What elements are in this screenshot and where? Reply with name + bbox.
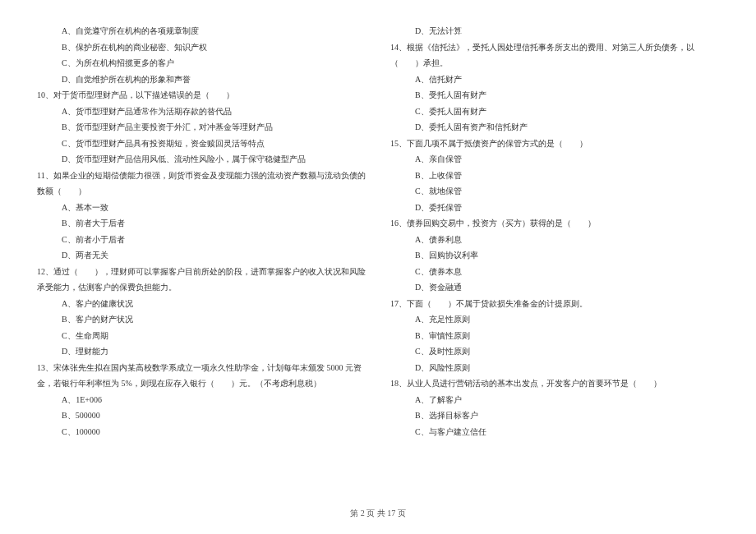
q16-option-c: C、债券本息	[390, 264, 719, 280]
q16-option-b: B、回购协议利率	[390, 247, 719, 264]
q9-option-c: C、为所在机构招揽更多的客户	[37, 55, 366, 71]
q12-option-b: B、客户的财产状况	[37, 311, 366, 328]
q15-option-a: A、亲自保管	[390, 151, 719, 168]
q12-option-c: C、生命周期	[37, 328, 366, 344]
q9-option-a: A、自觉遵守所在机构的各项规章制度	[37, 23, 366, 39]
document-content: A、自觉遵守所在机构的各项规章制度 B、保护所在机构的商业秘密、知识产权 C、为…	[37, 23, 719, 440]
q12-option-a: A、客户的健康状况	[37, 296, 366, 312]
q15-text: 15、下面几项不属于抵债资产的保管方式的是（ ）	[390, 136, 719, 152]
q15-option-c: C、就地保管	[390, 183, 719, 200]
q10-option-c: C、货币型理财产品具有投资期短，资金赎回灵活等特点	[37, 136, 366, 152]
q18-option-a: A、了解客户	[390, 392, 719, 408]
q15-option-d: D、委托保管	[390, 200, 719, 216]
q16-option-d: D、资金融通	[390, 279, 719, 296]
q12-text: 12、通过（ ），理财师可以掌握客户目前所处的阶段，进而掌握客户的收入状况和风险…	[37, 264, 366, 296]
q18-option-b: B、选择目标客户	[390, 407, 719, 424]
q10-option-b: B、货币型理财产品主要投资于外汇，对冲基金等理财产品	[37, 119, 366, 136]
q12-option-d: D、理财能力	[37, 343, 366, 360]
q10-option-d: D、货币型理财产品信用风低、流动性风险小，属于保守稳健型产品	[37, 151, 366, 168]
q17-option-c: C、及时性原则	[390, 343, 719, 360]
q16-text: 16、债券回购交易中，投资方（买方）获得的是（ ）	[390, 215, 719, 232]
q17-text: 17、下面（ ）不属于贷款损失准备金的计提原则。	[390, 296, 719, 312]
q14-option-a: A、信托财产	[390, 71, 719, 88]
q13-option-a: A、1E+006	[37, 392, 366, 408]
q14-option-c: C、委托人固有财产	[390, 104, 719, 120]
q17-option-b: B、审慎性原则	[390, 328, 719, 344]
page-footer: 第 2 页 共 17 页	[0, 508, 756, 519]
q18-option-c: C、与客户建立信任	[390, 424, 719, 440]
q11-option-b: B、前者大于后者	[37, 215, 366, 232]
q9-option-b: B、保护所在机构的商业秘密、知识产权	[37, 39, 366, 56]
q17-option-d: D、风险性原则	[390, 360, 719, 376]
q9-option-d: D、自觉维护所在机构的形象和声誉	[37, 71, 366, 88]
q10-option-a: A、货币型理财产品通常作为活期存款的替代品	[37, 104, 366, 120]
q11-option-c: C、前者小于后者	[37, 232, 366, 248]
q18-text: 18、从业人员进行营销活动的基本出发点，开发客户的首要环节是（ ）	[390, 375, 719, 392]
q13-option-c: C、100000	[37, 424, 366, 440]
q11-text: 11、如果企业的短期偿债能力很强，则货币资金及变现能力强的流动资产数额与流动负债…	[37, 168, 366, 200]
left-column: A、自觉遵守所在机构的各项规章制度 B、保护所在机构的商业秘密、知识产权 C、为…	[37, 23, 366, 440]
q14-option-d: D、委托人固有资产和信托财产	[390, 119, 719, 136]
q14-text: 14、根据《信托法》，受托人因处理信托事务所支出的费用、对第三人所负债务，以（ …	[390, 39, 719, 71]
q13-text: 13、宋体张先生拟在国内某高校数学系成立一项永久性助学金，计划每年末颁发 500…	[37, 360, 366, 392]
right-column: D、无法计算 14、根据《信托法》，受托人因处理信托事务所支出的费用、对第三人所…	[390, 23, 719, 440]
q16-option-a: A、债券利息	[390, 232, 719, 248]
q13-option-b: B、500000	[37, 407, 366, 424]
q15-option-b: B、上收保管	[390, 168, 719, 184]
q11-option-a: A、基本一致	[37, 200, 366, 216]
q13-option-d: D、无法计算	[390, 23, 719, 39]
q14-option-b: B、受托人固有财产	[390, 87, 719, 104]
q10-text: 10、对于货币型理财产品，以下描述错误的是（ ）	[37, 87, 366, 104]
q11-option-d: D、两者无关	[37, 247, 366, 264]
q17-option-a: A、充足性原则	[390, 311, 719, 328]
